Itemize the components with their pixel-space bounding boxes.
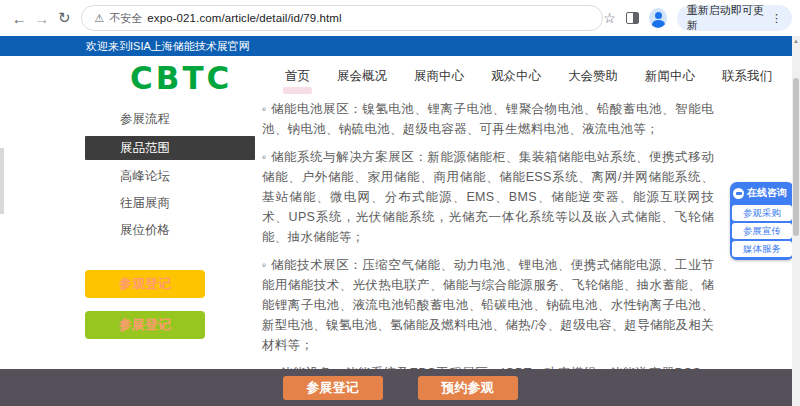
url-text[interactable]: expo-021.com/article/detail/id/79.html	[147, 12, 341, 24]
profile-avatar[interactable]	[649, 8, 667, 28]
not-secure-label: 不安全	[109, 11, 142, 26]
exhibitor-register-button[interactable]: 参展登记	[85, 311, 205, 339]
side-panel-icon[interactable]	[626, 12, 639, 24]
sidebar-item-exhibit-scope[interactable]: 展品范围	[85, 136, 255, 160]
browser-chrome: ← → ↻ ⚠ 不安全 expo-021.com/article/detail/…	[0, 0, 800, 36]
nav-item-contact[interactable]: 联系我们	[722, 68, 772, 85]
update-pill[interactable]: 重新启动即可更新 ⋮	[677, 5, 792, 31]
nav-item-overview[interactable]: 展会概况	[337, 68, 387, 85]
nav-item-home[interactable]: 首页	[285, 68, 310, 85]
paragraph-technology-zone: ◦ 储能技术展区：压缩空气储能、动力电池、锂电池、便携式储能电源、工业节能用储能…	[262, 255, 714, 355]
sidebar-item-exhibit-process[interactable]: 参展流程	[85, 106, 255, 133]
nav-item-visitor-center[interactable]: 观众中心	[491, 68, 541, 85]
left-dock-widget[interactable]	[0, 148, 4, 214]
url-bar[interactable]: ⚠ 不安全 expo-021.com/article/detail/id/79.…	[81, 5, 603, 31]
chrome-actions: ☆ 重新启动即可更新 ⋮	[603, 5, 792, 31]
not-secure-warning-icon: ⚠	[94, 12, 104, 25]
chat-item-visit-procurement[interactable]: 参观采购	[732, 205, 792, 221]
nav-item-news-center[interactable]: 新闻中心	[645, 68, 695, 85]
update-pill-label: 重新启动即可更新	[687, 3, 765, 33]
scrollbar-up-arrow[interactable]: ▲	[792, 36, 800, 46]
paragraph-systems-zone: ◦ 储能系统与解决方案展区：新能源储能柜、集装箱储能电站系统、便携式移动储能、户…	[262, 147, 714, 247]
bookmark-star-icon[interactable]: ☆	[603, 10, 616, 26]
footer-visit-booking-button[interactable]: 预约参观	[418, 376, 518, 400]
page-scrollbar[interactable]: ▲	[792, 36, 800, 406]
main-nav: 首页 展会概况 展商中心 观众中心 大会赞助 新闻中心 联系我们	[285, 56, 772, 96]
back-icon[interactable]: ←	[8, 6, 30, 30]
online-consult-header: 在线咨询	[732, 184, 792, 203]
site-header: CBTC 首页 展会概况 展商中心 观众中心 大会赞助 新闻中心 联系我们	[0, 56, 800, 96]
cbtc-logo[interactable]: CBTC	[130, 58, 232, 96]
paragraph-battery-zone: ◦ 储能电池展区：镍氢电池、锂离子电池、锂聚合物电池、铅酸蓄电池、智能电池、钠电…	[262, 99, 714, 139]
page-footer: 参展登记 预约参观	[0, 369, 800, 406]
sidebar-item-booth-price[interactable]: 展位价格	[85, 217, 255, 244]
welcome-bar: 欢迎来到ISIA上海储能技术展官网	[0, 36, 800, 56]
online-consult-title: 在线咨询	[747, 186, 787, 200]
nav-item-sponsorship[interactable]: 大会赞助	[568, 68, 618, 85]
chat-item-media-service[interactable]: 媒体服务	[732, 241, 792, 257]
menu-kebab-icon[interactable]: ⋮	[771, 12, 782, 25]
online-consult-widget: 在线咨询 参观采购 参展宣传 媒体服务	[730, 182, 794, 260]
page: ← → ↻ ⚠ 不安全 expo-021.com/article/detail/…	[0, 0, 800, 406]
sidebar: 参展流程 展品范围 高峰论坛 往届展商 展位价格 参观登记 参展登记	[85, 106, 255, 244]
scrollbar-thumb[interactable]	[793, 78, 799, 236]
sidebar-item-summit-forum[interactable]: 高峰论坛	[85, 163, 255, 190]
chat-item-exhibit-promotion[interactable]: 参展宣传	[732, 223, 792, 239]
visitor-register-button[interactable]: 参观登记	[85, 270, 205, 298]
nav-item-exhibitor-center[interactable]: 展商中心	[414, 68, 464, 85]
sidebar-item-past-exhibitors[interactable]: 往届展商	[85, 190, 255, 217]
exhibit-scope-content: ◦ 储能电池展区：镍氢电池、锂离子电池、锂聚合物电池、铅酸蓄电池、智能电池、钠电…	[262, 99, 714, 406]
reload-icon[interactable]: ↻	[53, 6, 75, 30]
chat-bubble-icon	[733, 188, 744, 199]
footer-exhibitor-register-button[interactable]: 参展登记	[283, 376, 383, 400]
forward-icon[interactable]: →	[30, 6, 52, 30]
